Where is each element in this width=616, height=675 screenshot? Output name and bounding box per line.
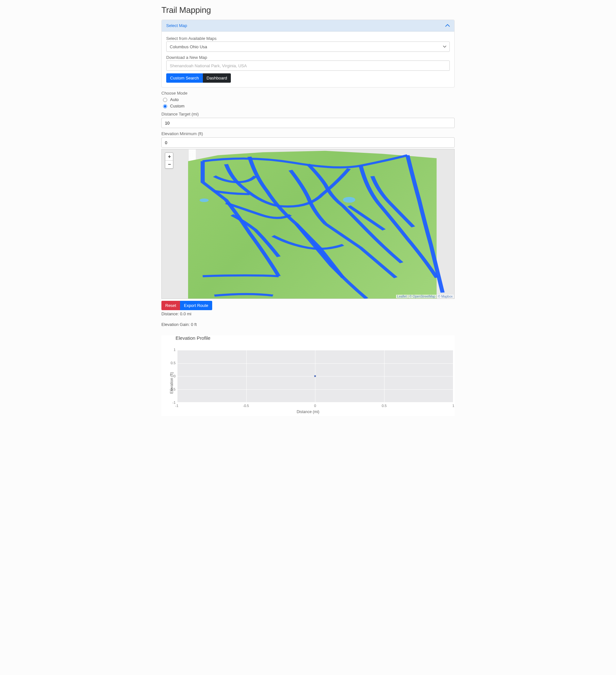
- mode-radio-auto-row[interactable]: Auto: [161, 97, 455, 102]
- map-view[interactable]: + − Leaflet | © OpenStreetMap | © Mapbox: [161, 149, 455, 299]
- chart-y-tick: -0.5: [168, 387, 176, 391]
- attr-leaflet-link[interactable]: Leaflet: [397, 295, 407, 298]
- select-map-header[interactable]: Select Map: [162, 20, 454, 31]
- reset-button[interactable]: Reset: [161, 301, 180, 310]
- download-map-input[interactable]: [166, 61, 450, 71]
- distance-target-label: Distance Target (mi): [161, 111, 455, 117]
- select-map-title: Select Map: [166, 23, 187, 28]
- chart-data-point: [315, 375, 316, 377]
- attr-osm-link[interactable]: © OpenStreetMap: [409, 295, 435, 298]
- chart-grid-line: [384, 350, 384, 402]
- elevation-stat: Elevation Gain: 0 ft: [161, 322, 455, 327]
- attr-mapbox-link[interactable]: © Mapbox: [438, 295, 453, 298]
- select-map-body: Select from Available Maps Columbus Ohio…: [162, 31, 454, 87]
- download-map-label: Download a New Map: [166, 55, 450, 60]
- custom-search-button[interactable]: Custom Search: [166, 73, 203, 83]
- elevation-chart: Elevation Profile Elevation (ft) -1-0.50…: [161, 335, 455, 416]
- select-map-panel: Select Map Select from Available Maps Co…: [161, 20, 455, 87]
- zoom-control: + −: [165, 152, 173, 169]
- chart-grid-line: [177, 350, 177, 402]
- chart-y-tick: 0: [168, 374, 176, 378]
- chart-x-tick: 0: [314, 404, 316, 407]
- chart-x-tick: -0.5: [243, 404, 249, 407]
- chart-x-axis-label: Distance (mi): [297, 409, 320, 414]
- chart-x-ticks: -1-0.500.51: [177, 404, 453, 408]
- chart-x-tick: -1: [175, 404, 178, 407]
- map-trails-icon: [162, 149, 454, 299]
- mode-radio-custom-row[interactable]: Custom: [161, 103, 455, 108]
- zoom-out-button[interactable]: −: [165, 160, 174, 168]
- chart-x-tick: 0.5: [382, 404, 386, 407]
- export-route-button[interactable]: Export Route: [180, 301, 212, 310]
- chart-y-tick: -1: [168, 400, 176, 404]
- available-maps-label: Select from Available Maps: [166, 36, 450, 41]
- distance-target-input[interactable]: [161, 118, 455, 128]
- distance-stat: Distance: 0.0 mi: [161, 311, 455, 316]
- choose-mode-label: Choose Mode: [161, 91, 455, 95]
- dashboard-button[interactable]: Dashboard: [203, 73, 231, 83]
- chart-title: Elevation Profile: [176, 335, 455, 341]
- mode-radio-auto[interactable]: [163, 98, 167, 102]
- mode-radio-custom[interactable]: [163, 104, 167, 108]
- mode-auto-label: Auto: [170, 97, 179, 102]
- page-title: Trail Mapping: [161, 5, 455, 15]
- elevation-min-input[interactable]: [161, 137, 455, 148]
- map-attribution: Leaflet | © OpenStreetMap | © Mapbox: [396, 295, 454, 298]
- chevron-up-icon: [445, 23, 450, 28]
- available-maps-select[interactable]: Columbus Ohio Usa: [166, 42, 450, 52]
- chart-grid-line: [453, 350, 453, 402]
- chart-y-tick: 0.5: [168, 361, 176, 365]
- chart-y-tick: 1: [168, 348, 176, 352]
- chart-grid-line: [177, 402, 453, 402]
- mode-custom-label: Custom: [170, 103, 185, 108]
- chart-x-tick: 1: [452, 404, 454, 407]
- chart-grid-line: [246, 350, 247, 402]
- zoom-in-button[interactable]: +: [165, 153, 174, 160]
- chart-y-ticks: -1-0.500.51: [168, 350, 176, 402]
- chart-plot-area[interactable]: [177, 350, 453, 402]
- elevation-min-label: Elevation Minimum (ft): [161, 131, 455, 136]
